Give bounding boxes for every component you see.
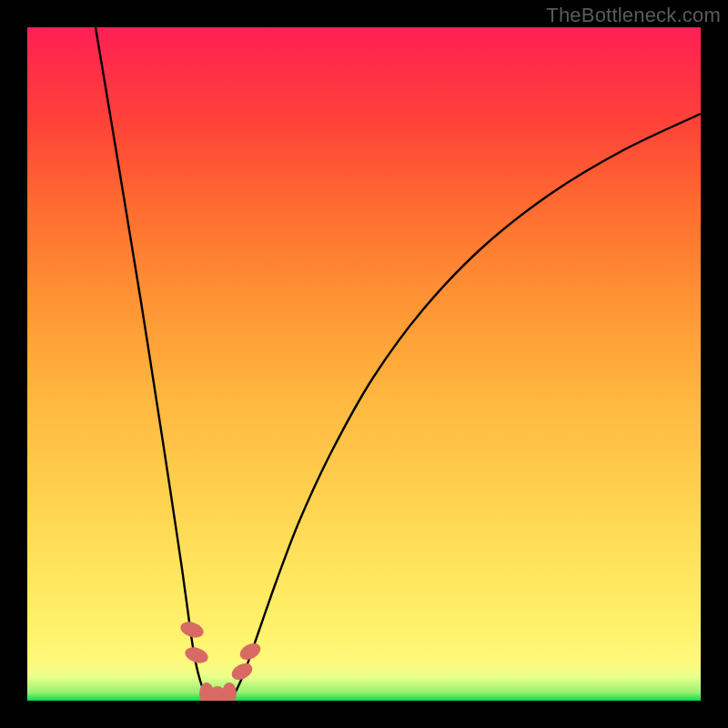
chart-svg	[27, 27, 701, 701]
marker-bottom-3	[222, 682, 237, 701]
marker-right-upper	[238, 640, 264, 662]
marker-left-upper	[178, 619, 206, 640]
curve-right-branch	[231, 114, 701, 698]
markers-group	[178, 619, 263, 701]
marker-left-lower	[183, 644, 210, 665]
watermark-text: TheBottleneck.com	[546, 4, 721, 27]
plot-frame	[27, 27, 701, 701]
curve-left-branch	[96, 27, 207, 698]
